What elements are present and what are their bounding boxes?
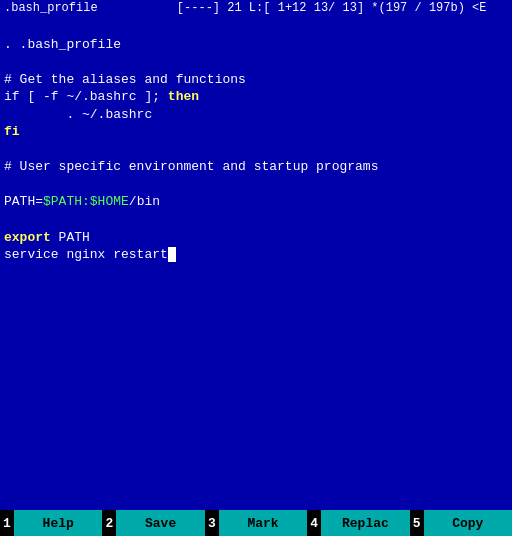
bottom-bar: 1 Help 2 Save 3 Mark 4 Replac 5 Copy — [0, 510, 512, 536]
line-export: export PATH — [4, 230, 90, 245]
line-if: if [ -f ~/.bashrc ]; then — [4, 89, 199, 104]
line-blank-3 — [4, 177, 12, 192]
save-label: Save — [116, 510, 204, 536]
save-button[interactable]: 2 Save — [102, 510, 204, 536]
status-info — [105, 1, 170, 15]
status-bar: .bash_profile [----] 21 L:[ 1+12 13/ 13]… — [0, 0, 512, 16]
replace-label: Replac — [321, 510, 409, 536]
mark-num: 3 — [205, 510, 219, 536]
editor[interactable]: .bash_profile [----] 21 L:[ 1+12 13/ 13]… — [0, 0, 512, 510]
copy-button[interactable]: 5 Copy — [410, 510, 512, 536]
line-blank-4 — [4, 212, 12, 227]
line-blank-2 — [4, 142, 12, 157]
help-label: Help — [14, 510, 102, 536]
replace-num: 4 — [307, 510, 321, 536]
line-filename: . .bash_profile — [4, 37, 121, 52]
mark-label: Mark — [219, 510, 307, 536]
save-num: 2 — [102, 510, 116, 536]
status-line-info: [----] 21 L:[ 1+12 13/ 13] *(197 / 197b)… — [177, 1, 487, 15]
line-path: PATH=$PATH:$HOME/bin — [4, 194, 160, 209]
line-comment-2: # User specific environment and startup … — [4, 159, 378, 174]
copy-label: Copy — [424, 510, 512, 536]
line-service: service nginx restart — [4, 247, 176, 262]
help-button[interactable]: 1 Help — [0, 510, 102, 536]
editor-content[interactable]: . .bash_profile # Get the aliases and fu… — [0, 16, 512, 283]
copy-num: 5 — [410, 510, 424, 536]
help-num: 1 — [0, 510, 14, 536]
line-source: . ~/.bashrc — [4, 107, 152, 122]
status-filename: .bash_profile — [4, 1, 98, 15]
mark-button[interactable]: 3 Mark — [205, 510, 307, 536]
line-fi: fi — [4, 124, 20, 139]
line-blank-1 — [4, 54, 12, 69]
line-comment-1: # Get the aliases and functions — [4, 72, 246, 87]
replace-button[interactable]: 4 Replac — [307, 510, 409, 536]
